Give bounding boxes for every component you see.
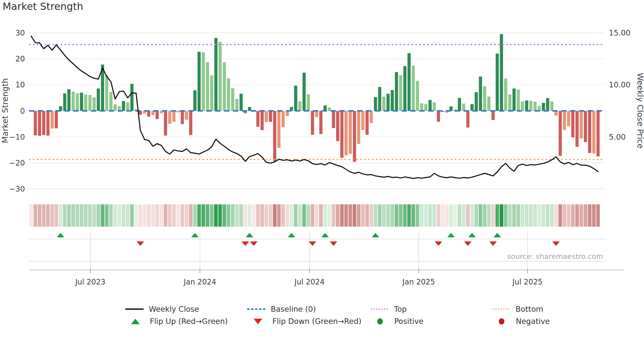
negative-dot-icon [492, 318, 511, 325]
heatmap-strip [29, 204, 600, 227]
svg-text:−10: −10 [9, 133, 25, 141]
svg-text:10: 10 [15, 80, 25, 89]
flip-up-triangle-icon [126, 319, 145, 324]
svg-text:−20: −20 [9, 159, 25, 167]
legend-item-weekly-close: Weekly Close [125, 304, 199, 314]
bottom-dotted-swatch-icon [492, 308, 511, 310]
legend-item-positive: Positive [370, 316, 424, 326]
market-strength-chart: 3020100−10−20−3015.0010.005.00Jul 2023Ja… [0, 0, 644, 362]
source-annotation: source: sharemaestro.com [507, 252, 603, 260]
legend-item-flip-up: Flip Up (Red→Green) [126, 316, 228, 326]
svg-text:−30: −30 [9, 185, 25, 193]
legend-item-baseline: Baseline (0) [247, 304, 316, 314]
legend-label: Bottom [516, 305, 543, 313]
flip-up-markers [57, 233, 501, 238]
svg-text:15.00: 15.00 [609, 29, 631, 37]
baseline-dash-swatch-icon [247, 308, 266, 310]
legend-label: Flip Up (Red→Green) [150, 317, 228, 326]
legend-label: Flip Down (Green→Red) [272, 317, 361, 326]
legend-label: Top [394, 305, 407, 313]
left-axis-tick-labels: 3020100−10−20−30 [9, 29, 25, 193]
svg-text:20: 20 [15, 55, 25, 63]
right-axis-tick-labels: 15.0010.005.00 [609, 29, 631, 141]
svg-text:Jul 2025: Jul 2025 [512, 278, 543, 286]
legend-item-flip-down: Flip Down (Green→Red) [248, 316, 361, 326]
legend-item-bottom: Bottom [492, 304, 543, 314]
flip-down-triangle-icon [248, 319, 267, 324]
legend-label: Positive [394, 317, 424, 326]
weekly-close-line-swatch-icon [125, 308, 144, 310]
svg-text:Weekly Close Price: Weekly Close Price [635, 73, 644, 149]
positive-dot-icon [370, 318, 389, 325]
legend-item-top: Top [370, 304, 407, 314]
legend-label: Negative [516, 317, 550, 326]
svg-text:0: 0 [20, 107, 25, 115]
svg-text:Jul 2023: Jul 2023 [75, 278, 105, 286]
legend-label: Baseline (0) [271, 305, 316, 313]
svg-text:source: sharemaestro.com: source: sharemaestro.com [507, 252, 603, 260]
svg-text:Jan 2024: Jan 2024 [183, 278, 216, 286]
svg-text:30: 30 [15, 29, 25, 37]
svg-text:Market Strength: Market Strength [0, 78, 10, 143]
top-dotted-swatch-icon [370, 308, 389, 310]
svg-text:Jul 2024: Jul 2024 [294, 278, 325, 286]
svg-text:5.00: 5.00 [609, 133, 626, 141]
x-axis-tick-labels: Jul 2023Jan 2024Jul 2024Jan 2025Jul 2025 [75, 278, 542, 286]
svg-text:Jan 2025: Jan 2025 [402, 278, 435, 286]
right-axis-title: Weekly Close Price [635, 73, 644, 149]
svg-text:10.00: 10.00 [609, 80, 631, 89]
legend-label: Weekly Close [149, 305, 199, 313]
left-axis-title: Market Strength [0, 78, 10, 143]
legend-item-negative: Negative [492, 316, 550, 326]
